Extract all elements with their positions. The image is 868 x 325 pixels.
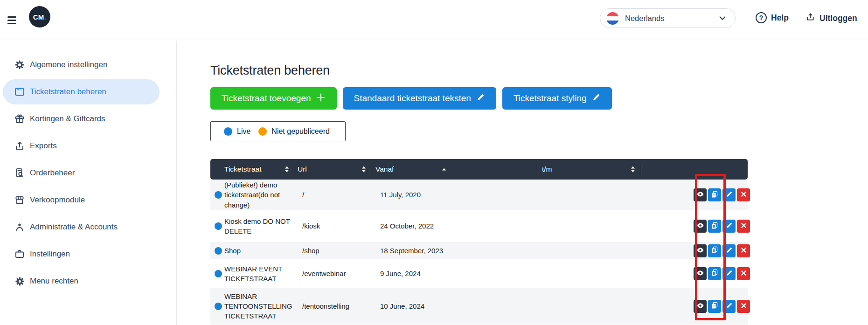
cell-ticketstraat: WEBINAR TENTOONSTELLING TICKETSTRAAT xyxy=(224,291,306,321)
sidebar-item-algemene-instellingen[interactable]: Algemene instellingen xyxy=(0,51,176,78)
copy-icon xyxy=(711,269,718,278)
cell-url: /eventwebinar xyxy=(302,269,370,278)
live-status-dot xyxy=(215,222,222,230)
sidebar: Algemene instellingen Ticketstraten behe… xyxy=(0,51,176,295)
x-icon xyxy=(740,247,747,255)
row-actions xyxy=(694,244,750,257)
edit-button[interactable] xyxy=(722,244,736,257)
logo-text: CM xyxy=(33,13,44,21)
cell-url: / xyxy=(302,190,370,200)
column-header-vanaf[interactable]: Vanaf xyxy=(375,159,394,180)
live-status-dot xyxy=(215,270,222,277)
plus-icon xyxy=(316,93,326,104)
row-actions xyxy=(694,188,750,201)
edit-button[interactable] xyxy=(722,188,736,201)
cell-ticketstraat: (Publieke!) demo ticketstraat(do not cha… xyxy=(224,180,306,210)
duplicate-button[interactable] xyxy=(708,220,721,233)
eye-icon xyxy=(696,269,704,278)
sidebar-item-menu-rechten[interactable]: Menu rechten xyxy=(0,268,176,295)
table-row: Kiosk demo DO NOT DELETE /kiosk 24 Octob… xyxy=(210,210,748,242)
duplicate-button[interactable] xyxy=(708,244,721,257)
standard-texts-button[interactable]: Standaard ticketstraat teksten xyxy=(343,87,496,110)
duplicate-button[interactable] xyxy=(708,188,721,201)
pencil-icon xyxy=(476,93,485,104)
sidebar-item-ticketstraten-beheren[interactable]: Ticketstraten beheren xyxy=(0,78,176,105)
delete-button[interactable] xyxy=(737,300,750,313)
sidebar-item-administratie-accounts[interactable]: Administratie & Accounts xyxy=(0,214,176,241)
cell-url: /tentoonstelling xyxy=(302,301,370,311)
sort-both-icon[interactable] xyxy=(362,166,366,173)
gift-icon xyxy=(14,113,25,124)
preview-button[interactable] xyxy=(694,267,707,280)
add-button-label: Ticketstraat toevoegen xyxy=(222,93,311,104)
column-label: Ticketstraat xyxy=(224,165,262,173)
sidebar-item-verkoopmodule[interactable]: Verkoopmodule xyxy=(0,187,176,214)
cm-logo[interactable]: CM. xyxy=(29,6,50,28)
ticketstraat-styling-button[interactable]: Ticketstraat styling xyxy=(502,87,612,110)
live-status-dot xyxy=(215,303,222,310)
page-title: Ticketstraten beheren xyxy=(210,63,330,78)
edit-button[interactable] xyxy=(722,220,736,233)
logout-label: Uitloggen xyxy=(819,14,857,23)
column-header-tm[interactable]: t/m xyxy=(542,159,552,180)
sidebar-item-instellingen[interactable]: Instellingen xyxy=(0,241,176,268)
header-divider xyxy=(537,164,537,175)
document-search-icon xyxy=(14,167,25,179)
delete-button[interactable] xyxy=(737,188,750,201)
storefront-icon xyxy=(14,194,25,206)
row-actions xyxy=(694,220,750,233)
table-row: (Publieke!) demo ticketstraat(do not cha… xyxy=(210,180,748,210)
sidebar-item-label: Kortingen & Giftcards xyxy=(30,114,105,124)
column-header-ticketstraat[interactable]: Ticketstraat xyxy=(224,159,262,180)
delete-button[interactable] xyxy=(737,244,750,257)
add-ticketstraat-button[interactable]: Ticketstraat toevoegen xyxy=(210,87,337,110)
table-row: WEBINAR TENTOONSTELLING TICKETSTRAAT /te… xyxy=(210,288,748,325)
export-icon xyxy=(14,140,25,152)
gear-icon xyxy=(14,59,25,70)
delete-button[interactable] xyxy=(737,267,750,280)
pencil-icon xyxy=(592,93,601,104)
edit-button[interactable] xyxy=(722,300,736,313)
delete-button[interactable] xyxy=(737,220,750,233)
copy-icon xyxy=(711,302,718,311)
ticketstraten-table: Ticketstraat Url Vanaf t/m (Publieke!) d… xyxy=(210,159,748,325)
pencil-icon xyxy=(726,247,733,255)
pencil-icon xyxy=(726,191,733,199)
pencil-icon xyxy=(726,222,733,230)
unpublished-label: Niet gepubliceerd xyxy=(271,127,330,136)
standard-texts-label: Standaard ticketstraat teksten xyxy=(354,93,471,104)
app-window: CM. Nederlands Help Uitloggen Al xyxy=(0,0,868,325)
sidebar-item-label: Administratie & Accounts xyxy=(30,222,118,232)
duplicate-button[interactable] xyxy=(708,267,721,280)
language-selector[interactable]: Nederlands xyxy=(600,8,736,28)
sidebar-item-kortingen-giftcards[interactable]: Kortingen & Giftcards xyxy=(0,105,176,132)
status-legend: Live Niet gepubliceerd xyxy=(210,121,346,141)
eye-icon xyxy=(696,246,704,256)
preview-button[interactable] xyxy=(694,244,707,257)
hamburger-menu-icon[interactable] xyxy=(7,14,17,26)
gear-icon xyxy=(14,276,25,287)
edit-button[interactable] xyxy=(722,267,736,280)
person-icon xyxy=(14,221,25,233)
sort-asc-icon[interactable] xyxy=(442,168,446,171)
column-label: Vanaf xyxy=(375,165,394,173)
preview-button[interactable] xyxy=(694,220,707,233)
cell-vanaf: 9 June, 2024 xyxy=(380,269,483,278)
briefcase-icon xyxy=(14,249,25,260)
duplicate-button[interactable] xyxy=(708,300,721,313)
pencil-icon xyxy=(726,270,733,278)
language-label: Nederlands xyxy=(625,14,664,23)
preview-button[interactable] xyxy=(694,188,707,201)
table-row: Shop /shop 18 September, 2023 xyxy=(210,242,748,259)
sidebar-item-label: Orderbeheer xyxy=(30,168,75,178)
sort-both-icon[interactable] xyxy=(631,166,635,173)
help-button[interactable]: Help xyxy=(756,12,789,23)
top-bar: CM. Nederlands Help Uitloggen xyxy=(0,0,868,40)
sidebar-item-label: Verkoopmodule xyxy=(30,195,85,205)
sidebar-item-exports[interactable]: Exports xyxy=(0,132,176,159)
preview-button[interactable] xyxy=(694,300,707,313)
sort-both-icon[interactable] xyxy=(285,166,289,173)
column-header-url[interactable]: Url xyxy=(298,159,307,180)
logout-button[interactable]: Uitloggen xyxy=(806,12,857,24)
sidebar-item-orderbeheer[interactable]: Orderbeheer xyxy=(0,159,176,187)
